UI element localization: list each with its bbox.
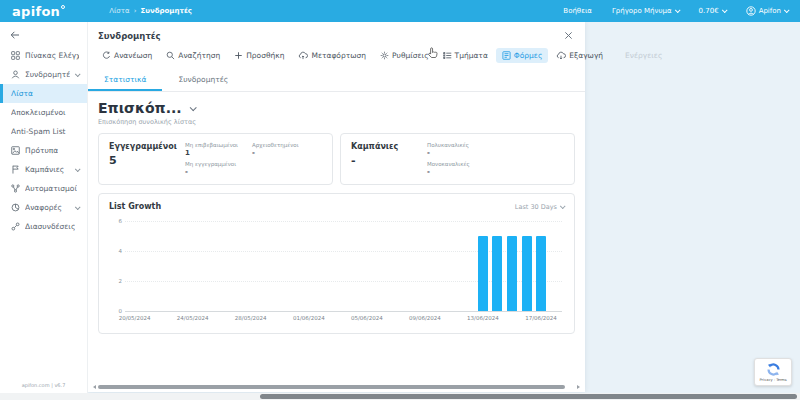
- sidebar-item-automations[interactable]: Αυτοματισμοί: [0, 179, 87, 198]
- stat-item: Μη εγγεγραμμένοι -: [185, 161, 238, 176]
- chart-bar[interactable]: [536, 236, 546, 311]
- refresh-button[interactable]: Ανανέωση: [96, 48, 158, 63]
- sidebar-item-integrations[interactable]: Διασυνδέσεις: [0, 217, 87, 236]
- sidebar-item-campaigns[interactable]: Καμπάνιες: [0, 160, 87, 179]
- card-stats: Μη επιβεβαιωμένοι 1 Μη εγγεγραμμένοι - Α…: [185, 142, 299, 176]
- chevron-down-icon: [75, 166, 81, 172]
- scrollbar-track[interactable]: [98, 385, 575, 389]
- actions-button: Ενέργειες: [619, 48, 668, 63]
- upload-label: Μεταφόρτωση: [311, 51, 366, 60]
- sidebar-item-antispam[interactable]: Anti-Spam List: [0, 122, 87, 141]
- breadcrumb-parent[interactable]: Λίστα: [109, 7, 129, 15]
- stat-value: -: [427, 168, 470, 176]
- chart-bar[interactable]: [522, 236, 532, 311]
- scrollbar-thumb[interactable]: [98, 385, 565, 389]
- panel-title: Συνδρομητές: [98, 31, 161, 41]
- balance-menu[interactable]: 0.70€: [699, 7, 726, 15]
- card-title: Εγγεγραμμένοι: [109, 142, 173, 151]
- export-button[interactable]: Εξαγωγή: [550, 48, 609, 63]
- quick-message-menu[interactable]: Γρήγορο Μήνυμα: [612, 7, 679, 15]
- search-icon: [166, 51, 175, 60]
- sidebar-item-label: Καμπάνιες: [25, 165, 64, 174]
- page-horizontal-scrollbar[interactable]: [0, 393, 800, 400]
- balance-label: 0.70€: [699, 7, 719, 15]
- chevron-down-icon: [722, 7, 728, 13]
- toolbar: Ανανέωση Αναζήτηση Προσθήκη Μεταφόρτωση …: [88, 45, 585, 69]
- sidebar-item-blocked[interactable]: Αποκλεισμένοι: [0, 103, 87, 122]
- logo-circle-icon: [61, 5, 65, 9]
- stat-cards: Εγγεγραμμένοι 5 Μη επιβεβαιωμένοι 1 Μη ε…: [98, 133, 575, 185]
- panel-content: Επισκόπ... Επισκόπηση συνολικής λίστας Ε…: [88, 92, 585, 334]
- chevron-down-icon: [674, 7, 680, 13]
- campaigns-icon: [11, 165, 20, 174]
- cloud-upload-icon: [298, 51, 308, 60]
- sidebar-item-label: Αυτοματισμοί: [25, 184, 77, 193]
- sidebar-item-label: Anti-Spam List: [11, 127, 66, 136]
- stat-label: Μη επιβεβαιωμένοι: [185, 142, 238, 148]
- scroll-right-icon[interactable]: [577, 385, 580, 389]
- help-link[interactable]: Βοήθεια: [563, 7, 592, 15]
- stat-value: -: [427, 149, 470, 157]
- forms-button[interactable]: Φόρμες: [496, 48, 548, 63]
- tab-statistics[interactable]: Στατιστικά: [88, 69, 162, 91]
- account-menu[interactable]: Apifon: [746, 6, 788, 16]
- chart-header: List Growth Last 30 Days: [109, 202, 564, 211]
- settings-button[interactable]: Ρυθμίσεις: [374, 48, 435, 63]
- scroll-left-icon[interactable]: [93, 385, 96, 389]
- segments-button[interactable]: Τμήματα: [437, 48, 494, 63]
- recaptcha-badge[interactable]: Privacy - Terms: [754, 358, 792, 386]
- y-tick-label: 6: [110, 218, 122, 224]
- recaptcha-privacy-terms[interactable]: Privacy - Terms: [759, 377, 786, 382]
- topbar-right: Βοήθεια Γρήγορο Μήνυμα 0.70€ Apifon: [563, 6, 788, 16]
- sidebar-item-reports[interactable]: Αναφορές: [0, 198, 87, 217]
- x-tick-label: 28/05/2024: [235, 315, 267, 321]
- segments-icon: [443, 51, 452, 60]
- chart-bar[interactable]: [492, 236, 502, 311]
- add-button[interactable]: Προσθήκη: [228, 48, 290, 63]
- stat-value: -: [185, 168, 238, 176]
- y-tick-label: 0: [110, 308, 122, 314]
- card-value: -: [351, 154, 415, 167]
- stat-item: Μη επιβεβαιωμένοι 1: [185, 142, 238, 157]
- chevron-down-icon[interactable]: [189, 104, 196, 111]
- stat-item: Αρχειοθετημένοι -: [252, 142, 299, 157]
- upload-button[interactable]: Μεταφόρτωση: [292, 48, 372, 63]
- sidebar-item-lists[interactable]: Λίστα: [0, 84, 87, 103]
- logo-text: apifon: [12, 5, 60, 18]
- refresh-label: Ανανέωση: [114, 51, 152, 60]
- overview-title: Επισκόπ...: [98, 100, 182, 116]
- overview-subtitle: Επισκόπηση συνολικής λίστας: [98, 118, 575, 126]
- breadcrumb-current: Συνδρομητές: [140, 7, 192, 15]
- x-tick-label: 09/06/2024: [409, 315, 441, 321]
- overview-heading-row: Επισκόπ...: [98, 100, 575, 116]
- sidebar-item-subscribers[interactable]: Συνδρομητές: [0, 65, 87, 84]
- stat-label: Αρχειοθετημένοι: [252, 142, 299, 148]
- chart-bar[interactable]: [507, 236, 517, 311]
- y-tick-label: 4: [110, 248, 122, 254]
- panel-horizontal-scrollbar[interactable]: [93, 384, 580, 390]
- subscribers-card: Εγγεγραμμένοι 5 Μη επιβεβαιωμένοι 1 Μη ε…: [98, 133, 333, 185]
- settings-label: Ρυθμίσεις: [392, 51, 429, 60]
- x-tick-label: 20/05/2024: [119, 315, 151, 321]
- apifon-logo[interactable]: apifon: [12, 5, 65, 18]
- segments-label: Τμήματα: [455, 51, 488, 60]
- close-button[interactable]: [562, 29, 575, 42]
- account-avatar-icon: [746, 6, 756, 16]
- sidebar-item-templates[interactable]: Πρότυπα: [0, 141, 87, 160]
- date-range-selector[interactable]: Last 30 Days: [515, 203, 564, 211]
- forms-icon: [502, 51, 511, 60]
- add-label: Προσθήκη: [246, 51, 284, 60]
- page-scrollbar-thumb[interactable]: [260, 394, 797, 399]
- tab-subscribers[interactable]: Συνδρομητές: [162, 69, 244, 91]
- search-label: Αναζήτηση: [178, 51, 220, 60]
- actions-label: Ενέργειες: [625, 51, 662, 60]
- sidebar-collapse-button[interactable]: [0, 22, 87, 46]
- x-tick-label: 05/06/2024: [351, 315, 383, 321]
- chart-bar[interactable]: [478, 236, 488, 311]
- account-label: Apifon: [759, 7, 781, 15]
- sidebar-item-label: Πρότυπα: [25, 146, 58, 155]
- sidebar-item-dashboard[interactable]: Πίνακας Ελέγχου: [0, 46, 87, 65]
- search-button[interactable]: Αναζήτηση: [160, 48, 226, 63]
- stat-value: 1: [185, 149, 238, 157]
- sidebar-item-label: Διασυνδέσεις: [25, 222, 75, 231]
